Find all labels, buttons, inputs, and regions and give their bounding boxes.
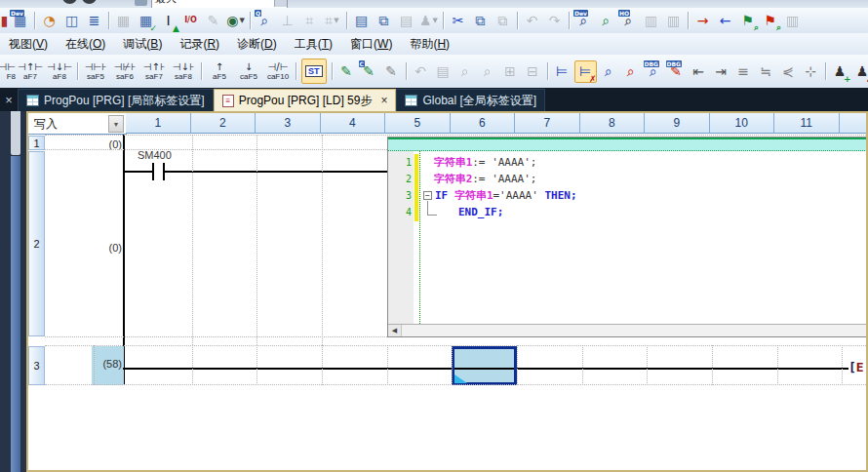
watch1-disabled-icon[interactable]: ⌗ bbox=[299, 11, 320, 31]
dialog-window-icon[interactable]: ⧉ bbox=[374, 11, 394, 31]
io-forced-onoff-icon[interactable]: I/O bbox=[180, 11, 201, 31]
device-batch-monitor-disabled-icon[interactable]: ▦ bbox=[113, 11, 134, 31]
watch-start-icon[interactable]: ◔ bbox=[39, 11, 59, 31]
watch2-disabled-icon[interactable]: ⌗▼ bbox=[322, 11, 342, 31]
st-code-area[interactable]: 1 字符串1:= 'AAAA';2 字符串2:= 'AAAA';3IF 字符串1… bbox=[388, 151, 866, 324]
unregister-device-icon[interactable]: ♟✗ bbox=[852, 61, 868, 82]
find-next-disabled-icon[interactable]: ⌕ bbox=[478, 61, 498, 82]
display-tree-check-icon[interactable]: ⊨✗ bbox=[574, 60, 597, 83]
insert-row-disabled-icon[interactable]: ⊞ bbox=[500, 61, 521, 82]
contact-device-label[interactable]: SM400 bbox=[138, 149, 172, 161]
insert-inline-st-box-button[interactable]: ST bbox=[301, 59, 327, 84]
find-prev-disabled-icon[interactable]: ⌕ bbox=[455, 61, 476, 82]
undo-disabled-icon[interactable]: ↶ bbox=[522, 11, 542, 31]
convert-disabled-icon[interactable]: ↶ bbox=[411, 61, 431, 82]
find-ladder-blue-icon[interactable]: ⌕ bbox=[599, 61, 619, 82]
statement-list-disabled-icon[interactable]: ▤ bbox=[433, 61, 454, 82]
clipped-left-icon-icon[interactable]: ▮ bbox=[1, 11, 8, 31]
redo-disabled-icon[interactable]: ↷ bbox=[544, 11, 565, 31]
find-device-icon[interactable]: ⌕Dev bbox=[573, 11, 594, 31]
collapse-minus-icon[interactable]: − bbox=[423, 191, 432, 200]
menu-item-5[interactable]: 工具(T) bbox=[286, 34, 341, 55]
st-horizontal-scrollbar[interactable]: ◀ bbox=[388, 324, 866, 336]
align-top-icon[interactable]: ≡ bbox=[733, 61, 754, 82]
forced-clear-disabled-icon[interactable]: ✎ bbox=[203, 11, 223, 31]
edit-ladder-icon[interactable]: ✎ bbox=[336, 61, 357, 82]
falling-pulse-button[interactable]: ⊣↓⊢aF8 bbox=[45, 57, 74, 86]
find-instruction-icon[interactable]: ⌕ bbox=[596, 11, 616, 31]
st-code-line-1[interactable]: 1 字符串1:= 'AAAA'; bbox=[388, 154, 866, 171]
dock-grip-handle[interactable] bbox=[11, 111, 20, 155]
edit-test-mode-icon[interactable]: I▲ bbox=[158, 11, 178, 31]
menu-item-2[interactable]: 调试(B) bbox=[114, 34, 171, 55]
memo-window-icon[interactable]: ▤ bbox=[351, 11, 372, 31]
row-number-1[interactable]: 1 bbox=[28, 136, 45, 150]
cross-reference-disabled-icon[interactable]: ▥ bbox=[641, 11, 661, 31]
row-number-3[interactable]: 3 bbox=[28, 346, 45, 385]
copy-icon[interactable]: ⧉ bbox=[470, 11, 491, 31]
scroll-left-arrow-icon[interactable]: ◀ bbox=[388, 325, 402, 336]
close-branch-button[interactable]: ⊣⊬⊦saF6 bbox=[110, 57, 139, 86]
tab-0[interactable]: ProgPou [PRG] [局部标签设置] bbox=[18, 89, 214, 111]
menu-item-0[interactable]: 视图(V) bbox=[0, 34, 57, 55]
falling-branch-button[interactable]: ⊣↓⊦saF8 bbox=[169, 57, 198, 86]
display-mode-icon[interactable]: ◉▼ bbox=[225, 11, 246, 31]
statement-insert-icon[interactable]: ⊹ bbox=[801, 61, 821, 82]
menu-item-3[interactable]: 记录(R) bbox=[171, 34, 228, 55]
st-code-line-2[interactable]: 2 字符串2:= 'AAAA'; bbox=[388, 171, 866, 187]
open-contact-button[interactable]: ⊣⊢F8 bbox=[0, 57, 16, 86]
read-from-plc-icon[interactable]: ← bbox=[715, 11, 735, 31]
find-string-icon[interactable]: ⌕HO bbox=[618, 11, 639, 31]
row-number-2[interactable]: 2 bbox=[28, 151, 45, 336]
debug-find-icon[interactable]: ⌕DBG bbox=[644, 61, 664, 82]
insert-connector-disabled-icon[interactable]: ⊥ bbox=[277, 11, 297, 31]
close-icon[interactable]: × bbox=[0, 88, 18, 111]
menu-item-6[interactable]: 窗口(W) bbox=[341, 34, 401, 55]
find-ladder-red-icon[interactable]: ⌕ bbox=[621, 61, 642, 82]
rising-branch-button[interactable]: ⊣↑⊦saF7 bbox=[139, 57, 169, 86]
register-device-icon[interactable]: ♟+ bbox=[830, 61, 850, 82]
shift-left-icon[interactable]: ⇤ bbox=[689, 61, 709, 82]
clipped-combobox-scroll[interactable] bbox=[274, 0, 287, 7]
user-window-disabled-icon[interactable]: ♟▼ bbox=[418, 11, 439, 31]
open-branch-button[interactable]: ⊣⊢⊦saF5 bbox=[81, 57, 110, 86]
debug-edit-icon[interactable]: ✎DBG bbox=[666, 61, 687, 82]
edit-comment-icon[interactable]: ✎C bbox=[359, 61, 379, 82]
vertical-line-delete-button[interactable]: ↓caF5 bbox=[234, 57, 263, 86]
ladder-grid-body[interactable]: SM400 [E 1 字符串1:= 'AAAA';2 字符串2:= 'AAAA'… bbox=[28, 135, 866, 470]
menu-item-7[interactable]: 帮助(H) bbox=[401, 34, 458, 55]
invert-result-button[interactable]: ⊣/⊢caF10 bbox=[263, 57, 293, 86]
watch-monitor-icon[interactable]: ◫ bbox=[61, 11, 82, 31]
inline-st-box[interactable]: 1 字符串1:= 'AAAA';2 字符串2:= 'AAAA';3IF 字符串1… bbox=[387, 137, 866, 337]
display-tree-icon[interactable]: ⊨ bbox=[552, 61, 572, 82]
list-window-disabled-icon[interactable]: ▤ bbox=[396, 11, 416, 31]
menu-item-1[interactable]: 在线(O) bbox=[57, 34, 114, 55]
clipped-right-icon-icon[interactable]: ▥ bbox=[782, 11, 803, 31]
delete-row-disabled-icon[interactable]: ⊟ bbox=[523, 61, 543, 82]
device-comment-view-icon[interactable]: ▦Dev bbox=[10, 11, 30, 31]
verify-with-plc-icon[interactable]: ⚑⌕ bbox=[737, 11, 758, 31]
zoom-window-icon[interactable]: ⌕Q bbox=[255, 11, 275, 31]
tab-1[interactable]: ≡ProgPou [PRG] [LD] 59步× bbox=[214, 89, 397, 111]
menu-item-4[interactable]: 诊断(D) bbox=[228, 34, 286, 55]
align-bottom-icon[interactable]: ≒ bbox=[756, 61, 776, 82]
dock-scroll-track[interactable] bbox=[11, 156, 20, 472]
remote-operation-icon[interactable]: ⚑⌕ bbox=[760, 11, 780, 31]
cut-icon[interactable]: ✂ bbox=[448, 11, 468, 31]
tab-2[interactable]: Global [全局标签设置] bbox=[396, 89, 545, 111]
st-box-title-strip[interactable] bbox=[388, 138, 866, 151]
rising-pulse-button[interactable]: ⊣↑⊢aF7 bbox=[16, 57, 45, 86]
write-to-plc-icon[interactable]: → bbox=[692, 11, 713, 31]
chevron-down-icon[interactable]: ▼ bbox=[108, 115, 124, 133]
st-code-line-3[interactable]: 3IF 字符串1='AAAA' THEN; bbox=[388, 187, 866, 204]
paste-disabled-icon[interactable]: ⧉ bbox=[493, 11, 513, 31]
tab-close-icon[interactable]: × bbox=[380, 94, 387, 107]
device-list-disabled-icon[interactable]: ▥ bbox=[663, 11, 684, 31]
st-code-line-4[interactable]: 4END_IF; bbox=[388, 204, 866, 220]
program-check-icon[interactable]: ⋞ bbox=[778, 61, 799, 82]
device-batch-monitor-icon[interactable]: ▦✓ bbox=[136, 11, 156, 31]
edit-statement-icon[interactable]: ✎ bbox=[381, 61, 402, 82]
vertical-line-button[interactable]: ↑aF5 bbox=[205, 57, 234, 86]
intelligent-function-list-icon[interactable]: ≣ bbox=[84, 11, 104, 31]
clipped-combobox[interactable]: 最大 bbox=[151, 0, 288, 8]
